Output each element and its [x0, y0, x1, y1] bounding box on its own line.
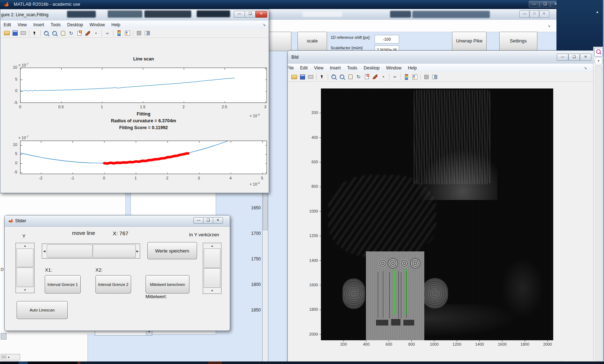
bild-titlebar[interactable]: Bild — ❏ ✕ [288, 51, 594, 64]
save-icon[interactable] [299, 74, 306, 80]
slider-segment[interactable] [17, 268, 33, 287]
menu-tools[interactable]: Tools [344, 65, 361, 70]
menu-tools[interactable]: Tools [48, 22, 64, 27]
y-slider-left[interactable]: ▲ ▼ [15, 243, 35, 293]
bild-restore-button[interactable]: ❏ [568, 54, 580, 61]
splitter-handle[interactable]: |||| ▴ [1, 354, 20, 360]
menu-desktop[interactable]: Desktop [361, 65, 383, 70]
slider-close-button[interactable]: ✕ [213, 217, 223, 224]
panel-dropdown-button[interactable]: ▼ [594, 57, 603, 65]
taskbar-item[interactable] [28, 361, 77, 364]
show-plot-tools-icon[interactable] [143, 30, 151, 36]
slider-titlebar[interactable]: Slider — ❏ ✕ [5, 215, 230, 227]
list-scrollbar[interactable] [262, 185, 268, 362]
panel-scroll-track[interactable] [595, 66, 602, 361]
menu-edit[interactable]: Edit [0, 22, 14, 27]
figure2-minimize-button[interactable]: — [234, 11, 245, 18]
menu-overflow-icon[interactable]: ↘ [584, 66, 587, 70]
save-icon[interactable] [11, 30, 19, 36]
brush-icon[interactable] [84, 30, 91, 36]
menu-view[interactable]: View [311, 65, 327, 70]
colorbar-icon[interactable] [115, 30, 123, 36]
arrow-right-icon[interactable]: ▶ [137, 244, 139, 258]
zoom-out-icon[interactable]: - [51, 30, 58, 36]
arrow-left-icon[interactable]: ◀ [43, 244, 45, 258]
legend-icon[interactable] [411, 74, 419, 80]
settings-button[interactable]: Settings [499, 32, 537, 51]
arrow-up-icon[interactable]: ▲ [203, 244, 221, 247]
interval-grenze-1-button[interactable]: Interval Grenze 1 [45, 275, 81, 294]
ref-shift-input[interactable] [375, 35, 399, 44]
hide-plot-tools-icon[interactable] [135, 30, 143, 36]
print-icon[interactable] [19, 30, 27, 36]
list-item[interactable]: 1650 [232, 205, 261, 210]
gui-maximize-button[interactable]: □ [529, 10, 540, 18]
slider-minimize-button[interactable]: — [193, 217, 203, 224]
menu-help[interactable]: Help [405, 65, 420, 70]
list-item[interactable]: 1800 [232, 282, 261, 287]
gui-minimize-button[interactable]: — [519, 10, 530, 18]
main-restore-button[interactable]: ❏ [540, 1, 550, 8]
auto-linescan-button[interactable]: Auto Linescan [17, 301, 68, 319]
brush-dropdown-icon[interactable]: ▾ [380, 74, 387, 80]
figure2-titlebar[interactable]: gure 2: Line_scan,Fitting — ❏ ✕ [0, 9, 269, 21]
bild-minimize-button[interactable]: — [557, 54, 568, 61]
link-plot-icon[interactable]: ∞ [104, 30, 111, 36]
legend-icon[interactable] [124, 30, 131, 36]
menu-file[interactable]: File [288, 65, 297, 70]
main-minimize-button[interactable]: — [529, 1, 540, 8]
pan-icon[interactable] [346, 74, 354, 80]
scroll-up-icon[interactable]: ▲ [596, 10, 599, 14]
unwrap-pike-button[interactable]: Unwrap Pike [452, 32, 487, 51]
linescan-plot-area[interactable] [20, 68, 267, 103]
cursor-icon[interactable] [31, 30, 39, 36]
figure2-restore-button[interactable]: ❏ [245, 11, 256, 18]
menu-insert[interactable]: Insert [327, 65, 344, 70]
taskbar-item[interactable] [77, 361, 80, 364]
show-plot-tools-icon[interactable] [431, 74, 438, 80]
windows-taskbar[interactable] [0, 361, 604, 364]
brush-dropdown-icon[interactable]: ▾ [92, 30, 100, 36]
open-icon[interactable] [290, 74, 298, 80]
arrow-up-icon[interactable]: ▲ [16, 244, 34, 247]
arrow-down-icon[interactable]: ▼ [16, 288, 34, 292]
werte-speichern-button[interactable]: Werte speichern [147, 242, 197, 259]
partial-button[interactable] [268, 32, 291, 51]
figure2-close-button[interactable]: ✕ [255, 11, 267, 18]
slider-segment[interactable] [204, 249, 220, 268]
menu-insert[interactable]: Insert [30, 22, 47, 27]
y-slider-right[interactable]: ▲ ▼ [203, 243, 222, 294]
list-item[interactable]: 1700 [232, 231, 261, 236]
gui-window-titlebar[interactable]: — □ × [268, 9, 556, 20]
pan-icon[interactable] [59, 30, 67, 36]
hide-plot-tools-icon[interactable] [422, 74, 430, 80]
matlab-main-titlebar[interactable]: MATLAB R2016b - academic use — ❏ ✕ [0, 0, 604, 9]
list-item[interactable]: 1750 [232, 256, 261, 261]
rotate-icon[interactable]: ↻ [67, 30, 75, 36]
colorbar-icon[interactable] [403, 74, 410, 80]
search-button[interactable] [594, 48, 603, 56]
fitting-plot-area[interactable] [20, 141, 267, 174]
data-cursor-icon[interactable] [363, 74, 371, 80]
slider-segment[interactable] [17, 249, 33, 267]
gui-close-button[interactable]: × [539, 10, 549, 18]
zoom-out-icon[interactable]: - [338, 74, 346, 80]
menu-edit[interactable]: Edit [297, 65, 311, 70]
taskbar-item[interactable] [19, 361, 28, 364]
mini-widget[interactable] [1, 333, 6, 340]
slider-segment[interactable] [204, 268, 220, 288]
link-plot-icon[interactable]: ∞ [391, 74, 399, 80]
rotate-icon[interactable]: ↻ [355, 74, 362, 80]
move-line-slider[interactable]: ◀ ▶ [42, 244, 140, 259]
zoom-in-icon[interactable]: + [42, 30, 50, 36]
list-item[interactable]: 1850 [232, 308, 261, 313]
mittelwert-berechnen-button[interactable]: Mittelwert berechnen [146, 275, 189, 294]
print-icon[interactable] [307, 74, 314, 80]
taskbar-item[interactable] [222, 361, 604, 364]
data-cursor-icon[interactable] [76, 30, 83, 36]
slider-thumb[interactable] [93, 245, 136, 258]
cursor-icon[interactable] [318, 74, 326, 80]
brush-icon[interactable] [371, 74, 379, 80]
menu-overflow-icon[interactable]: ↘ [547, 24, 550, 28]
menu-desktop[interactable]: Desktop [64, 22, 86, 27]
